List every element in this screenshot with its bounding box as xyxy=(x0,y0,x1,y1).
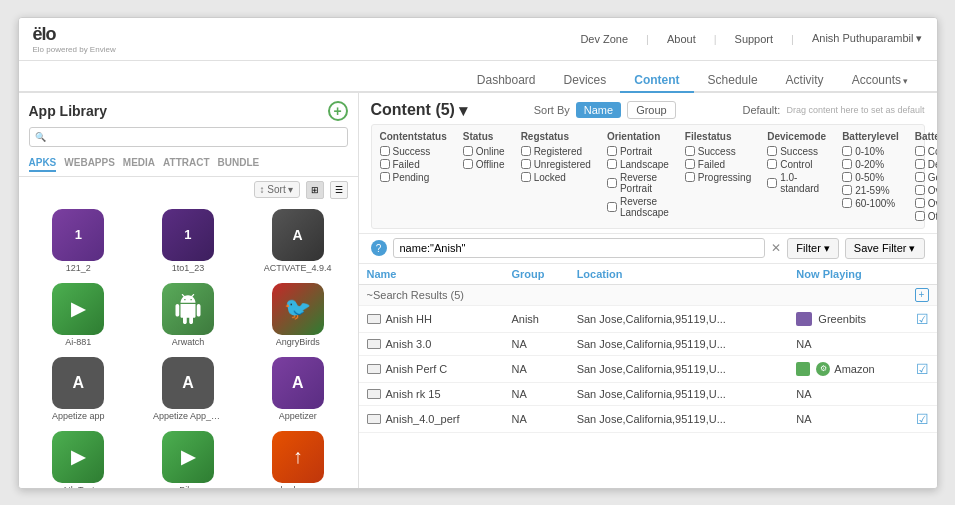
checkbox-input[interactable] xyxy=(685,172,695,182)
checkbox-fs-failed[interactable]: Failed xyxy=(685,159,751,170)
checkbox-bl-0-50[interactable]: 0-50% xyxy=(842,172,899,183)
checkbox-input[interactable] xyxy=(607,159,617,169)
col-name[interactable]: Name xyxy=(359,264,504,285)
checkbox-bl-0-10[interactable]: 0-10% xyxy=(842,146,899,157)
checkbox-input[interactable] xyxy=(915,211,925,221)
app-item[interactable]: A Appetize app xyxy=(29,357,129,421)
checkbox-bl-21-59[interactable]: 21-59% xyxy=(842,185,899,196)
checkbox-input[interactable] xyxy=(521,159,531,169)
checkbox-portrait[interactable]: Portrait xyxy=(607,146,669,157)
app-item[interactable]: ▶ Atb Test xyxy=(29,431,129,488)
tab-accounts[interactable]: Accounts xyxy=(838,67,923,93)
checkbox-input[interactable] xyxy=(915,185,925,195)
checkbox-bl-60-100[interactable]: 60-100% xyxy=(842,198,899,209)
checkbox-bl-0-20[interactable]: 0-20% xyxy=(842,159,899,170)
checkbox-success[interactable]: Success xyxy=(380,146,447,157)
checkbox-input[interactable] xyxy=(915,172,925,182)
checkbox-dm-standard[interactable]: 1.0-standard xyxy=(767,172,826,194)
checkbox-bh-good[interactable]: Good xyxy=(915,172,937,183)
checkbox-input[interactable] xyxy=(915,159,925,169)
about-link[interactable]: About xyxy=(667,33,696,45)
app-item[interactable]: 🐦 AngryBirds xyxy=(248,283,348,347)
checkbox-input[interactable] xyxy=(521,172,531,182)
filter-tab-media[interactable]: MEDIA xyxy=(123,155,155,172)
app-item[interactable]: ▶ Ai-881 xyxy=(29,283,129,347)
table-row[interactable]: Anish Perf C NA San Jose,California,9511… xyxy=(359,355,937,382)
checkbox-input[interactable] xyxy=(842,185,852,195)
checkbox-input[interactable] xyxy=(842,198,852,208)
checkbox-input[interactable] xyxy=(767,178,777,188)
list-view-button[interactable]: ☰ xyxy=(330,181,348,199)
col-now-playing[interactable]: Now Playing xyxy=(788,264,936,285)
checkbox-offline[interactable]: Offline xyxy=(463,159,505,170)
checkbox-input[interactable] xyxy=(521,146,531,156)
add-app-button[interactable]: + xyxy=(328,101,348,121)
support-link[interactable]: Support xyxy=(735,33,774,45)
checkbox-input[interactable] xyxy=(767,146,777,156)
col-group[interactable]: Group xyxy=(503,264,568,285)
app-item[interactable]: Arwatch xyxy=(138,283,238,347)
checkbox-input[interactable] xyxy=(685,159,695,169)
checkbox-locked[interactable]: Locked xyxy=(521,172,591,183)
checkbox-reverse-portrait[interactable]: Reverse Portrait xyxy=(607,172,669,194)
table-row[interactable]: Anish 3.0 NA San Jose,California,95119,U… xyxy=(359,332,937,355)
expand-icon[interactable]: + xyxy=(915,288,929,302)
app-item[interactable]: 1 1to1_23 xyxy=(138,209,238,273)
col-location[interactable]: Location xyxy=(569,264,789,285)
app-item[interactable]: ▶ Bike xyxy=(138,431,238,488)
table-row[interactable]: Anish HH Anish San Jose,California,95119… xyxy=(359,305,937,332)
save-filter-button[interactable]: Save Filter ▾ xyxy=(845,238,925,259)
search-query-input[interactable] xyxy=(393,238,766,258)
checkbox-unregistered[interactable]: Unregistered xyxy=(521,159,591,170)
checkbox-online[interactable]: Online xyxy=(463,146,505,157)
checkbox-input[interactable] xyxy=(380,159,390,169)
app-item[interactable]: ↑ body rec xyxy=(248,431,348,488)
checkbox-input[interactable] xyxy=(463,146,473,156)
checkbox-landscape[interactable]: Landscape xyxy=(607,159,669,170)
checkbox-input[interactable] xyxy=(842,172,852,182)
help-icon[interactable]: ? xyxy=(371,240,387,256)
checkbox-input[interactable] xyxy=(915,146,925,156)
app-item[interactable]: 1 121_2 xyxy=(29,209,129,273)
app-item[interactable]: A Appetizer xyxy=(248,357,348,421)
tab-dashboard[interactable]: Dashboard xyxy=(463,67,550,93)
tab-devices[interactable]: Devices xyxy=(550,67,621,93)
checkbox-input[interactable] xyxy=(463,159,473,169)
checkbox-dm-control[interactable]: Control xyxy=(767,159,826,170)
content-title[interactable]: Content (5) ▾ xyxy=(371,101,467,120)
grid-view-button[interactable]: ⊞ xyxy=(306,181,324,199)
filter-button[interactable]: Filter ▾ xyxy=(787,238,839,259)
checkbox-registered[interactable]: Registered xyxy=(521,146,591,157)
checkbox-input[interactable] xyxy=(842,159,852,169)
table-row[interactable]: Anish_4.0_perf NA San Jose,California,95… xyxy=(359,405,937,432)
checkbox-bh-overvoltage[interactable]: Overvoltage xyxy=(915,198,937,209)
checkbox-input[interactable] xyxy=(607,146,617,156)
user-menu[interactable]: Anish Puthuparambil ▾ xyxy=(812,32,923,45)
tab-schedule[interactable]: Schedule xyxy=(694,67,772,93)
table-row[interactable]: Anish rk 15 NA San Jose,California,95119… xyxy=(359,382,937,405)
tab-activity[interactable]: Activity xyxy=(772,67,838,93)
filter-tab-attract[interactable]: ATTRACT xyxy=(163,155,209,172)
checkbox-input[interactable] xyxy=(607,202,617,212)
checkbox-dm-success[interactable]: Success xyxy=(767,146,826,157)
add-result-button[interactable]: + xyxy=(915,288,929,302)
checkbox-input[interactable] xyxy=(842,146,852,156)
checkbox-bh-overheat[interactable]: Overheat xyxy=(915,185,937,196)
checkbox-input[interactable] xyxy=(607,178,617,188)
checkbox-bh-other[interactable]: Other xyxy=(915,211,937,222)
filter-tab-webapps[interactable]: WEBAPPS xyxy=(64,155,115,172)
checkbox-input[interactable] xyxy=(915,198,925,208)
filter-tab-bundle[interactable]: BUNDLE xyxy=(218,155,260,172)
app-item[interactable]: A ACTIVATE_4.9.4 xyxy=(248,209,348,273)
checkbox-fs-success[interactable]: Success xyxy=(685,146,751,157)
checkbox-bh-cold[interactable]: Cold xyxy=(915,146,937,157)
checkbox-reverse-landscape[interactable]: Reverse Landscape xyxy=(607,196,669,218)
checkbox-input[interactable] xyxy=(380,172,390,182)
sort-button[interactable]: ↕ Sort ▾ xyxy=(254,181,300,198)
checkbox-pending[interactable]: Pending xyxy=(380,172,447,183)
checkbox-fs-progressing[interactable]: Progressing xyxy=(685,172,751,183)
checkbox-input[interactable] xyxy=(685,146,695,156)
checkbox-input[interactable] xyxy=(380,146,390,156)
tab-content[interactable]: Content xyxy=(620,67,693,93)
app-item[interactable]: A Appetize App_Ma... xyxy=(138,357,238,421)
